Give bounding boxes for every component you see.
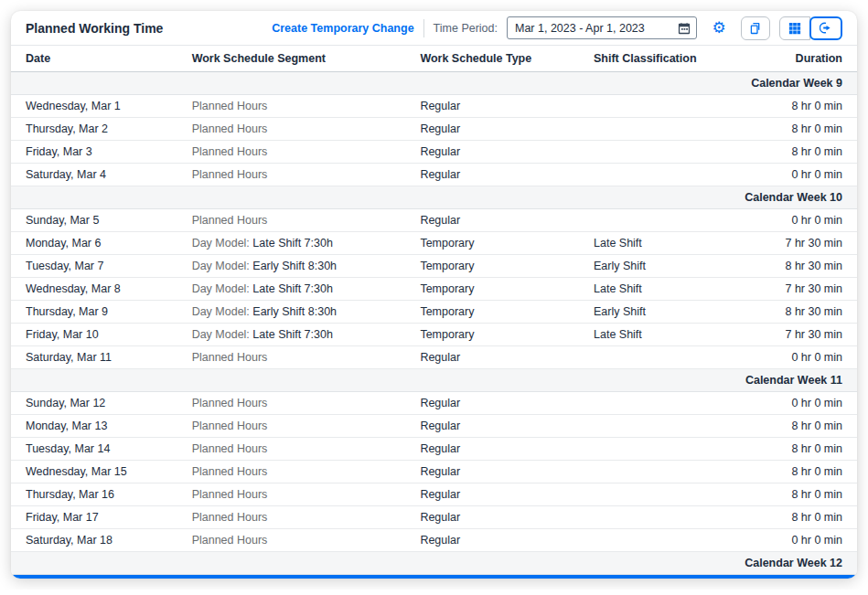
cell-segment: Day Model: Late Shift 7:30h <box>185 324 413 346</box>
cell-segment: Planned Hours <box>185 346 413 369</box>
cell-segment: Planned Hours <box>185 118 413 141</box>
table-row[interactable]: Tuesday, Mar 7Day Model: Early Shift 8:3… <box>11 255 857 278</box>
cell-schedule-type: Temporary <box>413 278 586 301</box>
cell-segment: Day Model: Early Shift 8:30h <box>185 301 413 324</box>
table-row[interactable]: Saturday, Mar 4Planned HoursRegular0 hr … <box>11 164 857 186</box>
column-header-duration: Duration <box>755 46 857 72</box>
cell-date: Monday, Mar 6 <box>11 232 185 255</box>
table-body: Calendar Week 9Wednesday, Mar 1Planned H… <box>11 72 857 575</box>
gear-icon: ⚙ <box>712 20 725 36</box>
cell-schedule-type: Regular <box>413 506 586 529</box>
cell-duration: 8 hr 0 min <box>755 461 857 483</box>
arrow-right-icon <box>820 21 833 35</box>
cell-schedule-type: Regular <box>413 392 586 415</box>
cell-shift-classification <box>586 438 755 461</box>
table-row[interactable]: Wednesday, Mar 15Planned HoursRegular8 h… <box>11 461 857 483</box>
table-row[interactable]: Sunday, Mar 12Planned HoursRegular0 hr 0… <box>11 392 857 415</box>
cell-segment: Planned Hours <box>185 438 413 461</box>
planned-working-time-table: Date Work Schedule Segment Work Schedule… <box>11 46 857 575</box>
time-period-input[interactable]: Mar 1, 2023 - Apr 1, 2023 <box>507 16 697 39</box>
cell-shift-classification: Late Shift <box>586 232 755 255</box>
cell-shift-classification: Late Shift <box>586 324 755 346</box>
cell-segment: Planned Hours <box>185 415 413 438</box>
table-row[interactable]: Monday, Mar 6Day Model: Late Shift 7:30h… <box>11 232 857 255</box>
table-row[interactable]: Thursday, Mar 16Planned HoursRegular8 hr… <box>11 483 857 506</box>
cell-duration: 0 hr 0 min <box>755 209 857 232</box>
segment-value: Early Shift 8:30h <box>252 260 337 272</box>
group-label: Calendar Week 9 <box>11 72 857 95</box>
table-row[interactable]: Sunday, Mar 5Planned HoursRegular0 hr 0 … <box>11 209 857 232</box>
segment-value: Late Shift 7:30h <box>252 237 333 250</box>
cell-segment: Planned Hours <box>185 529 413 552</box>
toolbar-actions: Create Temporary Change Time Period: Mar… <box>272 16 842 40</box>
table-row[interactable]: Saturday, Mar 18Planned HoursRegular0 hr… <box>11 529 857 552</box>
cell-segment: Planned Hours <box>185 95 413 118</box>
cell-duration: 7 hr 30 min <box>755 232 857 255</box>
group-row: Calendar Week 12 <box>11 552 857 575</box>
table-row[interactable]: Friday, Mar 17Planned HoursRegular8 hr 0… <box>11 506 857 529</box>
table-row[interactable]: Saturday, Mar 11Planned HoursRegular0 hr… <box>11 346 857 369</box>
cell-segment: Day Model: Early Shift 8:30h <box>185 255 413 278</box>
cell-duration: 8 hr 0 min <box>755 506 857 529</box>
cell-date: Saturday, Mar 11 <box>11 346 185 369</box>
copy-button[interactable] <box>741 16 770 40</box>
grid-icon <box>788 22 801 35</box>
table-row[interactable]: Friday, Mar 3Planned HoursRegular8 hr 0 … <box>11 141 857 164</box>
cell-shift-classification: Late Shift <box>586 278 755 301</box>
time-period-value: Mar 1, 2023 - Apr 1, 2023 <box>515 22 645 35</box>
create-temporary-change-link[interactable]: Create Temporary Change <box>272 22 413 35</box>
cell-shift-classification <box>586 529 755 552</box>
cell-date: Thursday, Mar 16 <box>11 483 185 506</box>
calendar-icon[interactable] <box>676 20 692 37</box>
cell-date: Tuesday, Mar 14 <box>11 438 185 461</box>
cell-duration: 8 hr 30 min <box>755 255 857 278</box>
cell-schedule-type: Temporary <box>413 301 586 324</box>
table-row[interactable]: Friday, Mar 10Day Model: Late Shift 7:30… <box>11 324 857 346</box>
cell-segment: Day Model: Late Shift 7:30h <box>185 232 413 255</box>
planned-working-time-card: Planned Working Time Create Temporary Ch… <box>11 11 857 579</box>
group-label: Calendar Week 12 <box>11 552 857 575</box>
cell-date: Wednesday, Mar 1 <box>11 95 185 118</box>
table-view-button[interactable] <box>779 16 810 40</box>
cell-schedule-type: Regular <box>413 141 586 164</box>
group-row: Calendar Week 9 <box>11 72 857 95</box>
cell-shift-classification <box>586 164 755 186</box>
cell-segment: Planned Hours <box>185 141 413 164</box>
cell-duration: 8 hr 0 min <box>755 118 857 141</box>
cell-schedule-type: Regular <box>413 346 586 369</box>
time-period-label: Time Period: <box>434 22 498 35</box>
table-row[interactable]: Monday, Mar 13Planned HoursRegular8 hr 0… <box>11 415 857 438</box>
cell-segment: Planned Hours <box>185 483 413 506</box>
toolbar: Planned Working Time Create Temporary Ch… <box>11 11 857 46</box>
cell-shift-classification <box>586 95 755 118</box>
cell-date: Friday, Mar 17 <box>11 506 185 529</box>
cell-schedule-type: Regular <box>413 438 586 461</box>
cell-schedule-type: Regular <box>413 529 586 552</box>
cell-duration: 8 hr 0 min <box>755 483 857 506</box>
cell-shift-classification <box>586 461 755 483</box>
cell-schedule-type: Regular <box>413 483 586 506</box>
cell-shift-classification <box>586 346 755 369</box>
segment-label: Day Model: <box>192 282 253 295</box>
detail-view-button[interactable] <box>809 16 842 40</box>
cell-date: Saturday, Mar 4 <box>11 164 185 186</box>
segment-label: Day Model: <box>192 237 253 250</box>
table-row[interactable]: Wednesday, Mar 1Planned HoursRegular8 hr… <box>11 95 857 118</box>
cell-duration: 8 hr 0 min <box>755 95 857 118</box>
cell-schedule-type: Regular <box>413 461 586 483</box>
table-row[interactable]: Thursday, Mar 9Day Model: Early Shift 8:… <box>11 301 857 324</box>
table-row[interactable]: Thursday, Mar 2Planned HoursRegular8 hr … <box>11 118 857 141</box>
cell-schedule-type: Regular <box>413 118 586 141</box>
horizontal-scrollbar[interactable] <box>12 575 856 579</box>
cell-shift-classification: Early Shift <box>586 301 755 324</box>
cell-duration: 8 hr 0 min <box>755 141 857 164</box>
cell-date: Sunday, Mar 5 <box>11 209 185 232</box>
cell-duration: 8 hr 30 min <box>755 301 857 324</box>
cell-duration: 0 hr 0 min <box>755 164 857 186</box>
table-row[interactable]: Wednesday, Mar 8Day Model: Late Shift 7:… <box>11 278 857 301</box>
column-header-type: Work Schedule Type <box>413 46 586 72</box>
table-row[interactable]: Tuesday, Mar 14Planned HoursRegular8 hr … <box>11 438 857 461</box>
cell-date: Wednesday, Mar 15 <box>11 461 185 483</box>
settings-button[interactable]: ⚙ <box>706 16 732 40</box>
cell-shift-classification <box>586 209 755 232</box>
